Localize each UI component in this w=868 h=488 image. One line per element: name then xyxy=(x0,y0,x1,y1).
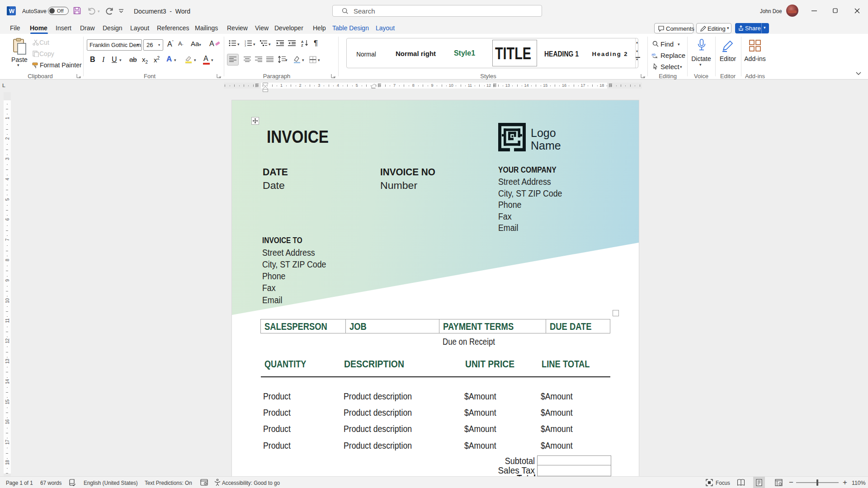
svg-text:3: 3 xyxy=(245,44,246,47)
svg-text:Z: Z xyxy=(301,43,303,47)
svg-text:W: W xyxy=(9,8,15,14)
svg-text:ab: ab xyxy=(651,52,656,56)
